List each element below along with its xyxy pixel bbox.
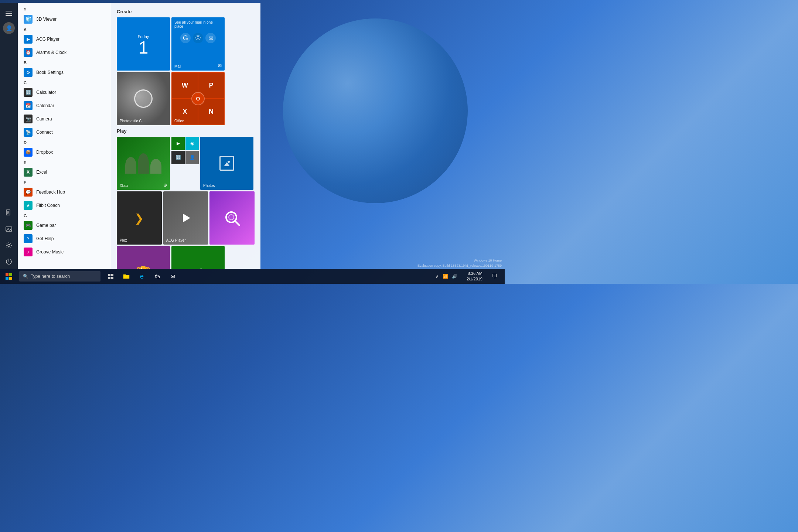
tile-phototastic[interactable]: Phototastic C... xyxy=(117,72,170,125)
clock-date: 2/1/2019 xyxy=(467,276,482,282)
app-item-groovemusic[interactable]: ♪ Groove Music xyxy=(18,245,111,259)
app-item-alarmsclock[interactable]: ⏰ Alarms & Clock xyxy=(18,46,111,59)
app-item-feedbackhub[interactable]: 💬 Feedback Hub xyxy=(18,185,111,199)
pictures-icon[interactable] xyxy=(1,222,16,236)
tile-photos[interactable]: Photos xyxy=(200,137,253,190)
tile-office[interactable]: W P X N O Office xyxy=(171,72,225,125)
svg-point-11 xyxy=(228,161,230,163)
section-label-create: Create xyxy=(117,9,255,14)
taskbar-search-icon: 🔍 xyxy=(23,274,28,279)
system-clock[interactable]: 8:36 AM 2/1/2019 xyxy=(464,271,485,282)
tile-game-small-2[interactable]: ◉ xyxy=(185,137,199,150)
app-item-excel[interactable]: X Excel xyxy=(18,166,111,179)
app-item-calculator[interactable]: 🔢 Calculator xyxy=(18,86,111,99)
app-list: # 🧊 3D Viewer A ▶ ACG Player ⏰ Alarms & … xyxy=(18,3,111,269)
taskbar-search-box[interactable]: 🔍 Type here to search xyxy=(19,271,100,282)
section-header-c: C xyxy=(18,79,111,86)
tile-game-small-3[interactable]: 🔢 xyxy=(171,151,185,164)
acg-tile-label: ACG Player xyxy=(166,238,186,242)
app-name-excel: Excel xyxy=(36,170,47,175)
wallpaper-sphere xyxy=(283,18,468,203)
app-name-calculator: Calculator xyxy=(36,90,56,95)
app-item-3dviewer[interactable]: 🧊 3D Viewer xyxy=(18,13,111,26)
app-icon-booksettings: ⚙ xyxy=(24,68,33,77)
eval-text: Windows 10 Home Evaluation copy. Build 1… xyxy=(417,258,502,268)
section-header-d: D xyxy=(18,139,111,146)
app-icon-excel: X xyxy=(24,168,33,177)
svg-rect-0 xyxy=(6,11,12,11)
app-icon-gamebar: 🎮 xyxy=(24,221,33,230)
app-item-calendar[interactable]: 📅 Calendar xyxy=(18,99,111,112)
app-name-booksettings: Book Settings xyxy=(36,70,64,75)
taskbar-tray: ∧ 📶 🔊 8:36 AM 2/1/2019 🗨 xyxy=(434,269,505,284)
tile-calendar[interactable]: Friday 1 xyxy=(117,17,170,71)
app-item-booksettings[interactable]: ⚙ Book Settings xyxy=(18,66,111,79)
app-icon-feedbackhub: 💬 xyxy=(24,188,33,197)
money-chart-icon xyxy=(191,265,205,269)
app-item-camera[interactable]: 📷 Camera xyxy=(18,112,111,126)
mail-subtitle: See all your mail in one place xyxy=(174,20,222,28)
mail-taskbar[interactable]: ✉ xyxy=(166,269,180,284)
photos-frame xyxy=(219,156,234,171)
volume-icon[interactable]: 🔊 xyxy=(451,274,458,279)
power-icon[interactable] xyxy=(1,254,16,269)
sports-trophy-icon: 🏆 xyxy=(136,266,151,269)
app-item-gethelp[interactable]: ? Get Help xyxy=(18,232,111,245)
app-name-feedbackhub: Feedback Hub xyxy=(36,190,65,195)
app-icon-dropbox: 📦 xyxy=(24,148,33,157)
svg-rect-2 xyxy=(6,15,12,16)
app-name-3dviewer: 3D Viewer xyxy=(36,17,57,22)
svg-rect-24 xyxy=(9,273,12,276)
app-icon-camera: 📷 xyxy=(24,115,33,123)
tile-acg-player[interactable]: ACG Player xyxy=(163,191,208,245)
file-explorer-taskbar[interactable] xyxy=(119,269,134,284)
section-header-b: B xyxy=(18,59,111,66)
tray-chevron[interactable]: ∧ xyxy=(434,274,440,279)
office-logo-center: O xyxy=(191,92,205,105)
office-tile-label: Office xyxy=(174,119,184,123)
store-taskbar[interactable]: 🛍 xyxy=(150,269,165,284)
app-item-fitbitcoach[interactable]: ★ Fitbit Coach xyxy=(18,199,111,212)
app-item-gamebar[interactable]: 🎮 Game bar xyxy=(18,219,111,232)
app-item-acgplayer[interactable]: ▶ ACG Player xyxy=(18,33,111,46)
envelope-icon: ✉ xyxy=(205,33,216,43)
photos-tile-label: Photos xyxy=(203,184,215,188)
tile-plex[interactable]: ❯ Plex xyxy=(117,191,162,245)
calendar-date: 1 xyxy=(139,39,149,57)
tile-xbox[interactable]: Xbox ⊕ xyxy=(117,137,170,190)
edge-taskbar[interactable]: e xyxy=(134,269,149,284)
app-item-connect[interactable]: 📡 Connect xyxy=(18,126,111,139)
mail-tile-label: Mail xyxy=(174,64,181,68)
section-header-a: A xyxy=(18,26,111,33)
app-name-camera: Camera xyxy=(36,116,52,122)
xbox-tile-label: Xbox xyxy=(120,184,128,188)
app-icon-gethelp: ? xyxy=(24,234,33,243)
documents-icon[interactable] xyxy=(1,205,16,220)
app-item-dropbox[interactable]: 📦 Dropbox xyxy=(18,146,111,159)
user-avatar[interactable]: 👤 xyxy=(3,22,15,34)
tile-msn-money[interactable]: MSN Money xyxy=(171,246,225,269)
app-name-dropbox: Dropbox xyxy=(36,150,53,155)
svg-rect-28 xyxy=(111,274,113,276)
tile-row-4: ❯ Plex ACG Player xyxy=(117,191,255,245)
hamburger-menu-button[interactable] xyxy=(1,6,16,21)
settings-icon[interactable] xyxy=(1,238,16,253)
start-button[interactable] xyxy=(0,269,18,284)
svg-rect-23 xyxy=(6,273,8,276)
tile-game-small-4[interactable]: 👤 xyxy=(185,151,199,164)
tile-game-small-1[interactable]: ▶ xyxy=(171,137,185,150)
network-icon[interactable]: 📶 xyxy=(441,274,449,279)
svg-rect-1 xyxy=(6,13,12,14)
notification-center-button[interactable]: 🗨 xyxy=(487,269,502,284)
tile-row-3: Xbox ⊕ ▶ ◉ 🔢 👤 xyxy=(117,137,255,190)
tile-mail[interactable]: See all your mail in one place G Ⓞ ✉ Mai… xyxy=(171,17,225,71)
taskbar-search-placeholder: Type here to search xyxy=(31,274,70,279)
tile-spy[interactable] xyxy=(209,191,255,245)
xbox-characters xyxy=(125,153,161,174)
taskbar-center-icons: e 🛍 ✉ xyxy=(103,269,180,284)
tile-msn-sports[interactable]: 🏆 MSN Sports xyxy=(117,246,170,269)
start-sidebar: 👤 xyxy=(0,3,18,269)
taskview-button[interactable] xyxy=(103,269,118,284)
tiles-area: Create Friday 1 See all your mail in one… xyxy=(111,3,260,269)
start-menu: 👤 xyxy=(0,3,260,269)
